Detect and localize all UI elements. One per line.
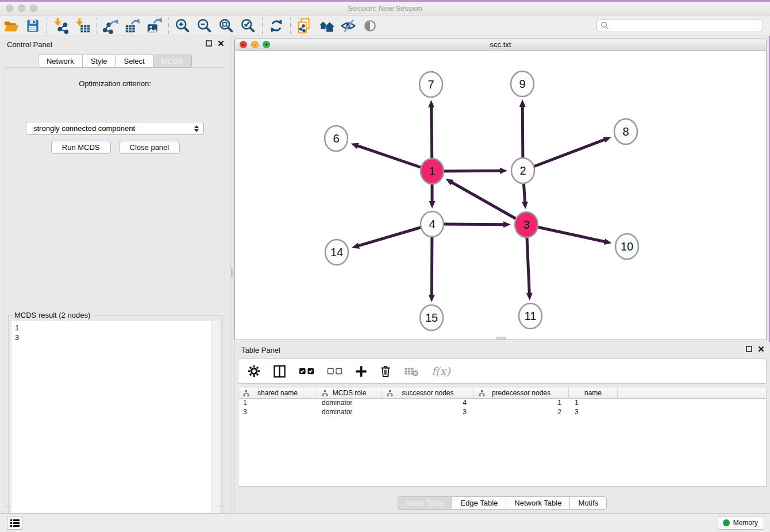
go-home-icon[interactable]: [315, 17, 337, 35]
save-session-icon[interactable]: [22, 17, 44, 35]
split-panes-icon[interactable]: [273, 365, 286, 378]
tab-network[interactable]: Network: [38, 55, 82, 68]
search-box: [596, 19, 763, 32]
cell-mcds-role[interactable]: dominator: [317, 399, 382, 408]
table-row[interactable]: 1 dominator 4 1 1: [238, 399, 766, 408]
float-panel-icon[interactable]: [206, 40, 212, 47]
svg-text:7: 7: [428, 78, 434, 91]
cell-mcds-role[interactable]: dominator: [317, 408, 382, 417]
graph-edge-2-8[interactable]: [523, 140, 605, 171]
network-close-button[interactable]: ×: [240, 41, 247, 48]
export-image-icon[interactable]: [144, 17, 165, 35]
zoom-fit-icon[interactable]: [215, 17, 237, 35]
column-header-successor-nodes[interactable]: successor nodes: [382, 388, 474, 398]
svg-text:15: 15: [425, 311, 438, 324]
graph-node-3[interactable]: 3: [515, 212, 538, 237]
zoom-out-icon[interactable]: [194, 17, 215, 35]
tab-select[interactable]: Select: [116, 55, 153, 68]
select-all-columns-icon[interactable]: [299, 366, 314, 376]
criterion-selected-value: strongly connected component: [33, 124, 194, 133]
graph-node-7[interactable]: 7: [419, 72, 442, 97]
graph-node-10[interactable]: 10: [615, 234, 638, 259]
network-graph[interactable]: 1234678910111415: [235, 51, 766, 340]
criterion-select[interactable]: strongly connected component: [26, 122, 204, 135]
search-input[interactable]: [609, 20, 763, 31]
graph-node-8[interactable]: 8: [614, 119, 637, 144]
export-network-icon[interactable]: [100, 17, 122, 35]
graph-edge-arrowhead: [500, 168, 507, 174]
cell-shared-name[interactable]: 1: [238, 399, 317, 408]
graph-node-15[interactable]: 15: [420, 305, 443, 330]
network-canvas[interactable]: 1234678910111415: [235, 51, 766, 340]
table-panel-tabs: Node Table Edge Table Network Table Moti…: [234, 496, 770, 510]
apply-layout-icon[interactable]: [265, 17, 287, 35]
graph-node-1[interactable]: 1: [421, 159, 444, 184]
zoom-selected-icon[interactable]: [237, 17, 259, 35]
float-panel-icon[interactable]: [746, 346, 752, 352]
export-table-icon[interactable]: [122, 17, 144, 35]
result-scrollbar[interactable]: [211, 321, 220, 531]
tab-mcds[interactable]: MCDS: [153, 55, 192, 68]
zoom-in-icon[interactable]: [172, 17, 194, 35]
column-header-name[interactable]: name: [569, 388, 618, 398]
close-panel-button[interactable]: Close panel: [119, 141, 180, 154]
settings-gear-icon[interactable]: [248, 365, 260, 377]
cell-successor-nodes[interactable]: 3: [382, 408, 474, 417]
mcds-panel: Optimization criterion: strongly connect…: [5, 67, 225, 507]
tab-motifs[interactable]: Motifs: [569, 496, 607, 510]
cell-name[interactable]: 3: [569, 408, 618, 417]
cell-predecessor-nodes[interactable]: 1: [474, 399, 569, 408]
control-panel-tabs: Network Style Select MCDS: [0, 55, 230, 68]
hide-panels-icon[interactable]: [337, 17, 359, 35]
delete-table-icon[interactable]: [404, 365, 419, 377]
cell-successor-nodes[interactable]: 4: [382, 399, 474, 408]
show-eye-icon[interactable]: [359, 17, 381, 35]
tab-network-table[interactable]: Network Table: [506, 496, 569, 510]
horizontal-splitter-handle[interactable]: [496, 337, 506, 340]
graph-node-6[interactable]: 6: [325, 126, 348, 151]
app-titlebar: Session: New Session: [0, 2, 770, 16]
unselect-all-columns-icon[interactable]: [327, 366, 342, 376]
cell-name[interactable]: 1: [569, 399, 618, 408]
table-panel: Table Panel f(x): [234, 342, 770, 513]
task-history-button[interactable]: [7, 516, 22, 530]
table-row[interactable]: 3 dominator 3 2 3: [238, 408, 766, 417]
table-panel-title: Table Panel: [241, 346, 280, 354]
graph-node-2[interactable]: 2: [511, 158, 534, 183]
column-header-shared-name[interactable]: shared name: [238, 388, 317, 398]
svg-text:11: 11: [525, 310, 537, 322]
import-table-icon[interactable]: [72, 17, 94, 35]
close-panel-icon[interactable]: [758, 346, 764, 352]
mcds-result-text[interactable]: 1 3: [11, 321, 211, 531]
svg-text:10: 10: [621, 240, 633, 253]
network-minimize-button[interactable]: −: [251, 41, 259, 48]
copy-network-icon[interactable]: [294, 17, 315, 35]
vertical-splitter[interactable]: [230, 36, 234, 513]
search-icon: [600, 21, 609, 30]
svg-text:9: 9: [519, 78, 525, 90]
delete-columns-trash-icon[interactable]: [380, 365, 391, 377]
graph-edge-arrowhead: [352, 242, 360, 249]
import-network-icon[interactable]: [50, 17, 72, 35]
open-session-icon[interactable]: [0, 17, 22, 35]
function-builder-icon[interactable]: f(x): [432, 365, 451, 377]
cell-predecessor-nodes[interactable]: 2: [474, 408, 569, 417]
graph-node-9[interactable]: 9: [511, 71, 534, 97]
tab-node-table[interactable]: Node Table: [398, 496, 452, 510]
graph-node-11[interactable]: 11: [519, 303, 542, 329]
graph-edge-3-1[interactable]: [452, 182, 526, 225]
close-panel-icon[interactable]: [218, 40, 224, 47]
graph-node-14[interactable]: 14: [325, 240, 348, 265]
toolbar-separator: [97, 18, 97, 34]
run-mcds-button[interactable]: Run MCDS: [51, 141, 111, 154]
tab-edge-table[interactable]: Edge Table: [452, 496, 506, 510]
network-maximize-button[interactable]: +: [263, 41, 270, 48]
column-header-predecessor-nodes[interactable]: predecessor nodes: [474, 388, 569, 398]
splitter-handle[interactable]: [231, 268, 233, 277]
cell-shared-name[interactable]: 3: [238, 408, 317, 417]
memory-button[interactable]: Memory: [718, 516, 764, 530]
tab-style[interactable]: Style: [82, 55, 116, 68]
graph-node-4[interactable]: 4: [421, 211, 444, 237]
add-column-icon[interactable]: [355, 365, 367, 377]
column-header-mcds-role[interactable]: MCDS role: [317, 388, 382, 398]
